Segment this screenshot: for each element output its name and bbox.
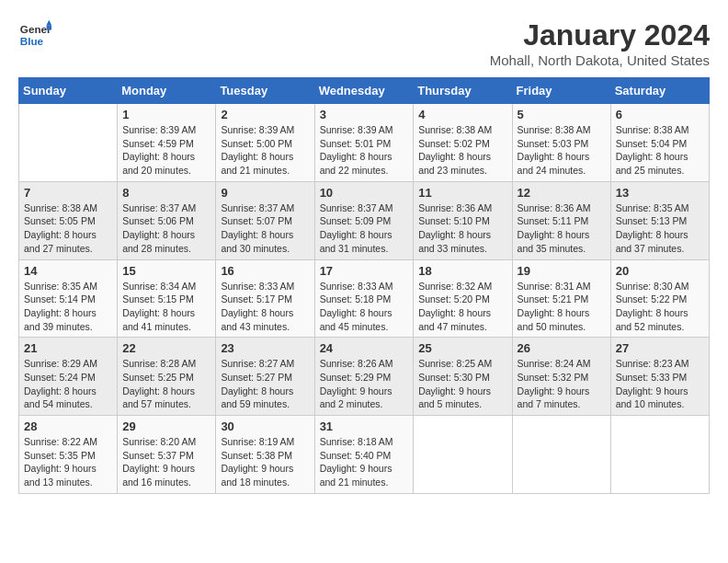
day-info: Sunrise: 8:20 AMSunset: 5:37 PMDaylight:… (122, 435, 210, 489)
day-number: 23 (221, 341, 309, 355)
calendar-cell: 17Sunrise: 8:33 AMSunset: 5:18 PMDayligh… (314, 259, 414, 338)
day-number: 4 (418, 108, 506, 121)
calendar-cell: 16Sunrise: 8:33 AMSunset: 5:17 PMDayligh… (216, 259, 314, 338)
week-row-1: 1Sunrise: 8:39 AMSunset: 4:59 PMDaylight… (19, 104, 710, 182)
day-number: 22 (122, 341, 210, 355)
day-info: Sunrise: 8:18 AMSunset: 5:40 PMDaylight:… (320, 435, 409, 489)
day-number: 10 (320, 186, 409, 200)
day-number: 19 (518, 264, 606, 278)
calendar-cell (610, 416, 709, 494)
svg-text:Blue: Blue (20, 35, 44, 47)
day-info: Sunrise: 8:36 AMSunset: 5:10 PMDaylight:… (418, 201, 506, 256)
day-info: Sunrise: 8:25 AMSunset: 5:30 PMDaylight:… (418, 357, 506, 411)
day-number: 30 (221, 419, 309, 433)
day-info: Sunrise: 8:39 AMSunset: 5:00 PMDaylight:… (221, 123, 309, 178)
day-info: Sunrise: 8:23 AMSunset: 5:33 PMDaylight:… (616, 357, 704, 411)
day-header-saturday: Saturday (610, 78, 709, 104)
calendar-subtitle: Mohall, North Dakota, United States (490, 52, 710, 68)
day-number: 7 (24, 186, 112, 200)
day-info: Sunrise: 8:39 AMSunset: 5:01 PMDaylight:… (320, 123, 409, 178)
day-info: Sunrise: 8:38 AMSunset: 5:05 PMDaylight:… (24, 201, 112, 256)
day-info: Sunrise: 8:34 AMSunset: 5:15 PMDaylight:… (122, 280, 210, 334)
day-info: Sunrise: 8:33 AMSunset: 5:18 PMDaylight:… (320, 280, 409, 334)
day-info: Sunrise: 8:37 AMSunset: 5:07 PMDaylight:… (221, 201, 309, 256)
day-info: Sunrise: 8:19 AMSunset: 5:38 PMDaylight:… (221, 435, 309, 489)
day-number: 27 (616, 341, 704, 355)
day-number: 9 (221, 186, 309, 200)
day-info: Sunrise: 8:22 AMSunset: 5:35 PMDaylight:… (24, 435, 112, 489)
day-info: Sunrise: 8:33 AMSunset: 5:17 PMDaylight:… (221, 280, 309, 334)
calendar-cell: 7Sunrise: 8:38 AMSunset: 5:05 PMDaylight… (19, 181, 118, 259)
day-info: Sunrise: 8:38 AMSunset: 5:03 PMDaylight:… (518, 123, 606, 178)
day-info: Sunrise: 8:38 AMSunset: 5:04 PMDaylight:… (616, 123, 704, 178)
day-number: 5 (518, 108, 606, 121)
day-info: Sunrise: 8:27 AMSunset: 5:27 PMDaylight:… (221, 357, 309, 411)
title-block: January 2024 Mohall, North Dakota, Unite… (490, 18, 710, 68)
logo-icon: General Blue (18, 18, 51, 52)
calendar-cell: 3Sunrise: 8:39 AMSunset: 5:01 PMDaylight… (314, 104, 414, 182)
day-number: 2 (221, 108, 309, 121)
calendar-cell: 22Sunrise: 8:28 AMSunset: 5:25 PMDayligh… (118, 338, 216, 416)
day-header-thursday: Thursday (414, 78, 512, 104)
calendar-cell: 10Sunrise: 8:37 AMSunset: 5:09 PMDayligh… (314, 181, 414, 259)
day-header-sunday: Sunday (19, 78, 118, 104)
day-number: 16 (221, 264, 309, 278)
day-number: 12 (518, 186, 606, 200)
day-number: 25 (418, 341, 506, 355)
day-number: 26 (518, 341, 606, 355)
day-number: 28 (24, 419, 112, 433)
calendar-cell: 4Sunrise: 8:38 AMSunset: 5:02 PMDaylight… (414, 104, 512, 182)
day-number: 11 (418, 186, 506, 200)
day-number: 24 (320, 341, 409, 355)
day-info: Sunrise: 8:35 AMSunset: 5:14 PMDaylight:… (24, 280, 112, 334)
day-header-wednesday: Wednesday (314, 78, 414, 104)
day-header-tuesday: Tuesday (216, 78, 314, 104)
day-info: Sunrise: 8:38 AMSunset: 5:02 PMDaylight:… (418, 123, 506, 178)
calendar-cell: 12Sunrise: 8:36 AMSunset: 5:11 PMDayligh… (512, 181, 610, 259)
calendar-cell: 25Sunrise: 8:25 AMSunset: 5:30 PMDayligh… (414, 338, 512, 416)
calendar-cell: 23Sunrise: 8:27 AMSunset: 5:27 PMDayligh… (216, 338, 314, 416)
calendar-cell: 2Sunrise: 8:39 AMSunset: 5:00 PMDaylight… (216, 104, 314, 182)
calendar-cell: 15Sunrise: 8:34 AMSunset: 5:15 PMDayligh… (118, 259, 216, 338)
day-number: 29 (122, 419, 210, 433)
day-number: 8 (122, 186, 210, 200)
day-info: Sunrise: 8:35 AMSunset: 5:13 PMDaylight:… (616, 201, 704, 256)
week-row-2: 7Sunrise: 8:38 AMSunset: 5:05 PMDaylight… (19, 181, 710, 259)
day-number: 3 (320, 108, 409, 121)
day-header-monday: Monday (118, 78, 216, 104)
week-row-3: 14Sunrise: 8:35 AMSunset: 5:14 PMDayligh… (19, 259, 710, 338)
calendar-cell (512, 416, 610, 494)
day-number: 17 (320, 264, 409, 278)
calendar-cell: 24Sunrise: 8:26 AMSunset: 5:29 PMDayligh… (314, 338, 414, 416)
day-number: 31 (320, 419, 409, 433)
calendar-cell: 5Sunrise: 8:38 AMSunset: 5:03 PMDaylight… (512, 104, 610, 182)
day-info: Sunrise: 8:37 AMSunset: 5:09 PMDaylight:… (320, 201, 409, 256)
day-number: 15 (122, 264, 210, 278)
calendar-title: January 2024 (490, 18, 710, 52)
calendar-cell: 1Sunrise: 8:39 AMSunset: 4:59 PMDaylight… (118, 104, 216, 182)
day-info: Sunrise: 8:24 AMSunset: 5:32 PMDaylight:… (518, 357, 606, 411)
day-number: 1 (122, 108, 210, 121)
calendar-cell: 19Sunrise: 8:31 AMSunset: 5:21 PMDayligh… (512, 259, 610, 338)
day-info: Sunrise: 8:31 AMSunset: 5:21 PMDaylight:… (518, 280, 606, 334)
calendar-cell (414, 416, 512, 494)
week-row-4: 21Sunrise: 8:29 AMSunset: 5:24 PMDayligh… (19, 338, 710, 416)
day-number: 13 (616, 186, 704, 200)
day-info: Sunrise: 8:29 AMSunset: 5:24 PMDaylight:… (24, 357, 112, 411)
day-info: Sunrise: 8:37 AMSunset: 5:06 PMDaylight:… (122, 201, 210, 256)
day-header-friday: Friday (512, 78, 610, 104)
day-number: 20 (616, 264, 704, 278)
day-info: Sunrise: 8:26 AMSunset: 5:29 PMDaylight:… (320, 357, 409, 411)
day-info: Sunrise: 8:39 AMSunset: 4:59 PMDaylight:… (122, 123, 210, 178)
calendar-cell: 20Sunrise: 8:30 AMSunset: 5:22 PMDayligh… (610, 259, 709, 338)
day-info: Sunrise: 8:30 AMSunset: 5:22 PMDaylight:… (616, 280, 704, 334)
calendar-cell: 31Sunrise: 8:18 AMSunset: 5:40 PMDayligh… (314, 416, 414, 494)
logo: General Blue (18, 18, 51, 52)
calendar-cell: 14Sunrise: 8:35 AMSunset: 5:14 PMDayligh… (19, 259, 118, 338)
calendar-cell: 18Sunrise: 8:32 AMSunset: 5:20 PMDayligh… (414, 259, 512, 338)
day-number: 6 (616, 108, 704, 121)
day-info: Sunrise: 8:36 AMSunset: 5:11 PMDaylight:… (518, 201, 606, 256)
day-number: 21 (24, 341, 112, 355)
calendar-cell: 13Sunrise: 8:35 AMSunset: 5:13 PMDayligh… (610, 181, 709, 259)
day-number: 14 (24, 264, 112, 278)
